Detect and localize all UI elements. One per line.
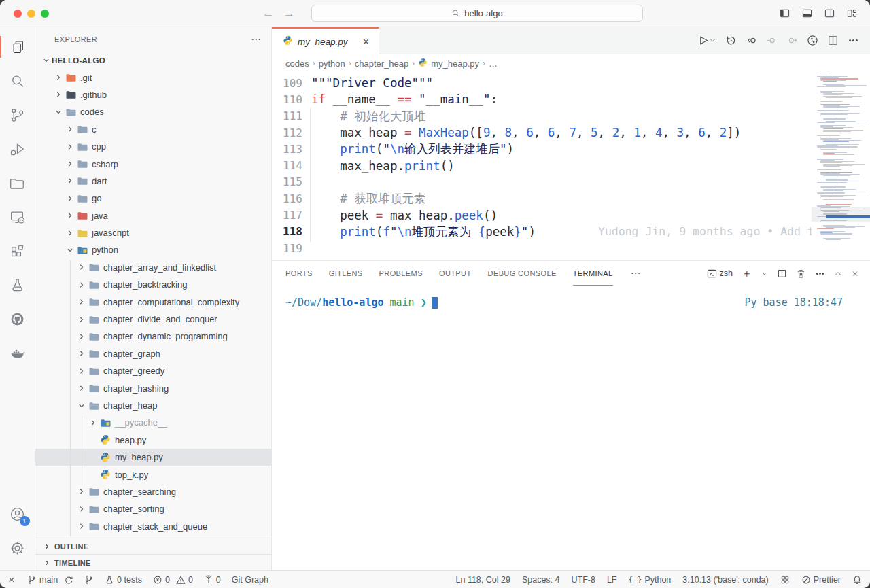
toggle-primary-sidebar-icon[interactable] — [779, 8, 790, 18]
code-line-117[interactable]: 117 peek = max_heap.peek() — [272, 207, 870, 223]
breadcrumb-item[interactable]: codes — [285, 58, 309, 69]
tree-item-chapter-greedy[interactable]: chapter_greedy — [35, 362, 271, 379]
github-icon[interactable] — [0, 302, 35, 336]
run-python-file-icon[interactable] — [697, 35, 716, 46]
kill-terminal-icon[interactable] — [796, 269, 806, 279]
code-line-116[interactable]: 116 # 获取堆顶元素 — [272, 190, 870, 207]
tab-my-heap-py[interactable]: my_heap.py ✕ — [272, 27, 379, 54]
status-problems[interactable]: 00 — [153, 575, 193, 585]
more-actions-icon[interactable] — [848, 35, 859, 46]
code-line-114[interactable]: 114 max_heap.print() — [272, 157, 870, 173]
code-line-110[interactable]: 110if __name__ == "__main__": — [272, 91, 870, 107]
status-notifications[interactable] — [852, 575, 862, 585]
source-control-icon[interactable] — [0, 98, 35, 132]
status-indentation[interactable]: Spaces: 4 — [522, 575, 560, 585]
tree-item-my-heap-py[interactable]: my_heap.py — [35, 449, 271, 466]
remote-explorer-icon[interactable] — [0, 200, 35, 234]
close-tab-icon[interactable]: ✕ — [360, 35, 372, 48]
tree-item-hello-algo[interactable]: HELLO-ALGO — [35, 52, 271, 69]
status-eol[interactable]: LF — [607, 575, 617, 585]
back-arrow-icon[interactable]: ← — [262, 7, 274, 20]
tree-item--pycache-[interactable]: __pycache__ — [35, 414, 271, 431]
testing-icon[interactable] — [0, 268, 35, 302]
code-line-115[interactable]: 115 — [272, 174, 870, 190]
tree-item-top-k-py[interactable]: top_k.py — [35, 466, 271, 483]
tree-item-chapter-heap[interactable]: chapter_heap — [35, 397, 271, 414]
status-tests[interactable]: 0 tests — [105, 575, 142, 585]
status-git-branch[interactable]: main — [27, 575, 73, 585]
code-line-119[interactable]: 119 — [272, 240, 870, 256]
split-terminal-icon[interactable] — [777, 269, 787, 279]
status-cursor-position[interactable]: Ln 118, Col 29 — [456, 575, 510, 585]
terminal-dropdown-icon[interactable] — [761, 269, 768, 279]
maximize-window-button[interactable] — [41, 10, 49, 18]
code-line-112[interactable]: 112 max_heap = MaxHeap([9, 8, 6, 6, 7, 5… — [272, 124, 870, 141]
tree-item-c[interactable]: c — [35, 121, 271, 138]
minimap-viewport[interactable] — [812, 207, 870, 222]
panel-tab-gitlens[interactable]: GITLENS — [329, 261, 363, 286]
gitlens-compare-icon[interactable] — [746, 35, 757, 46]
split-editor-icon[interactable] — [827, 35, 839, 46]
code-line-109[interactable]: 109"""Driver Code""" — [272, 75, 870, 91]
terminal-shell-selector[interactable]: zsh — [707, 269, 733, 279]
breadcrumb-item[interactable]: python — [319, 58, 345, 69]
minimap[interactable] — [812, 72, 870, 260]
toggle-panel-icon[interactable] — [801, 8, 813, 18]
status-apps[interactable] — [780, 575, 790, 585]
close-window-button[interactable] — [14, 10, 22, 18]
status-prettier[interactable]: Prettier — [801, 575, 841, 585]
tree-item-chapter-stack-and-queue[interactable]: chapter_stack_and_queue — [35, 518, 271, 535]
tree-item-chapter-dynamic-programming[interactable]: chapter_dynamic_programming — [35, 328, 271, 345]
next-change-icon[interactable] — [786, 35, 798, 46]
tree-item-python[interactable]: python — [35, 241, 271, 258]
tree-item-chapter-sorting[interactable]: chapter_sorting — [35, 500, 271, 517]
status-remote-indicator[interactable] — [7, 575, 16, 585]
status-python-interpreter[interactable]: 3.10.13 ('base': conda) — [682, 575, 768, 585]
tree-item--github[interactable]: .github — [35, 86, 271, 103]
code-editor[interactable]: 109"""Driver Code"""110if __name__ == "_… — [272, 72, 870, 260]
settings-gear-icon[interactable] — [0, 531, 35, 565]
tree-item-chapter-divide-and-conquer[interactable]: chapter_divide_and_conquer — [35, 311, 271, 328]
panel-tab-terminal[interactable]: TERMINAL — [573, 261, 613, 286]
tree-item--git[interactable]: .git — [35, 69, 271, 86]
code-line-111[interactable]: 111 # 初始化大顶堆 — [272, 108, 870, 124]
tree-item-chapter-searching[interactable]: chapter_searching — [35, 483, 271, 500]
timeline-section[interactable]: TIMELINE — [35, 554, 271, 570]
minimize-window-button[interactable] — [27, 10, 35, 18]
accounts-icon[interactable]: 1 — [0, 497, 35, 531]
panel-more-tabs-icon[interactable]: ⋯ — [631, 267, 641, 279]
status-radio-tower[interactable]: 0 — [204, 575, 221, 585]
previous-change-icon[interactable] — [766, 35, 778, 46]
tree-item-chapter-backtracking[interactable]: chapter_backtracking — [35, 276, 271, 293]
panel-tab-ports[interactable]: PORTS — [285, 261, 313, 286]
code-line-118[interactable]: 118 print(f"\n堆顶元素为 {peek}")Yudong Jin, … — [272, 224, 870, 240]
breadcrumb-item[interactable]: chapter_heap — [355, 58, 409, 69]
forward-arrow-icon[interactable]: → — [283, 7, 295, 20]
tree-item-chapter-array-and-linkedlist[interactable]: chapter_array_and_linkedlist — [35, 259, 271, 276]
status-gitlens[interactable] — [84, 575, 94, 585]
docker-icon[interactable] — [0, 336, 35, 370]
toggle-secondary-sidebar-icon[interactable] — [824, 8, 835, 18]
tree-item-cpp[interactable]: cpp — [35, 138, 271, 155]
tree-item-codes[interactable]: codes — [35, 103, 271, 120]
status-git-graph[interactable]: Git Graph — [232, 575, 268, 585]
tree-item-dart[interactable]: dart — [35, 173, 271, 190]
breadcrumb-item[interactable]: … — [489, 58, 498, 69]
new-terminal-icon[interactable]: ＋ — [742, 267, 752, 280]
tree-item-chapter-hashing[interactable]: chapter_hashing — [35, 379, 271, 396]
tree-item-chapter-graph[interactable]: chapter_graph — [35, 345, 271, 362]
customize-layout-icon[interactable] — [846, 8, 858, 18]
close-panel-icon[interactable] — [851, 269, 859, 279]
tree-item-chapter-computational-complexity[interactable]: chapter_computational_complexity — [35, 293, 271, 310]
tree-item-csharp[interactable]: csharp — [35, 155, 271, 172]
tree-item-java[interactable]: java — [35, 207, 271, 224]
panel-tab-output[interactable]: OUTPUT — [439, 261, 472, 286]
run-and-debug-icon[interactable] — [0, 132, 35, 166]
folder-icon[interactable] — [0, 166, 35, 200]
panel-tab-problems[interactable]: PROBLEMS — [379, 261, 423, 286]
status-encoding[interactable]: UTF-8 — [572, 575, 595, 585]
status-language-mode[interactable]: { }Python — [629, 575, 672, 585]
code-line-113[interactable]: 113 print("\n输入列表并建堆后") — [272, 141, 870, 157]
tree-item-heap-py[interactable]: heap.py — [35, 432, 271, 449]
explorer-more-actions-icon[interactable]: ⋯ — [251, 33, 262, 46]
